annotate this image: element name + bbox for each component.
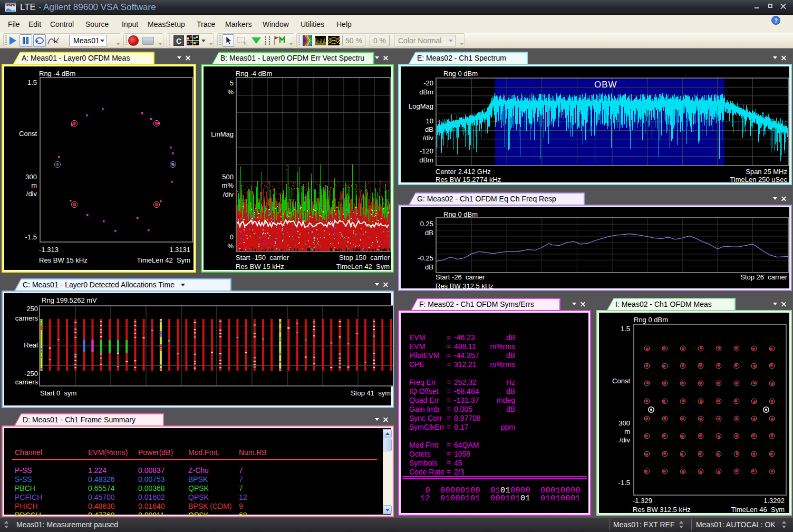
svg-text:?: ? [774, 17, 778, 24]
